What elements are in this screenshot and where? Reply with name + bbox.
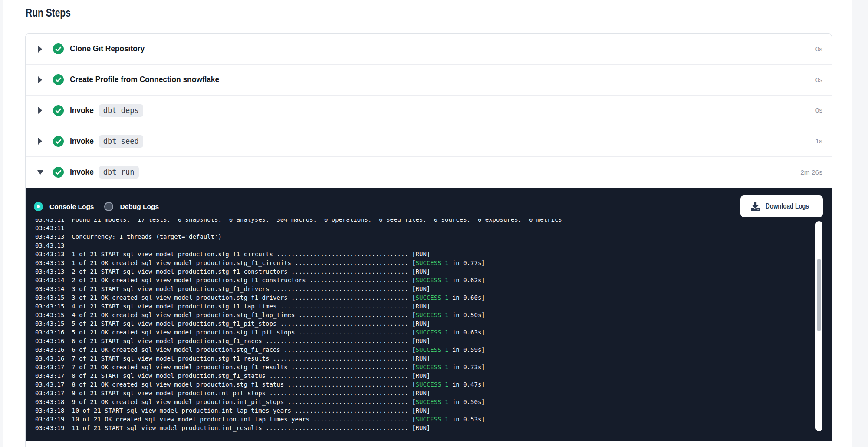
log-line: 03:43:17 8 of 21 OK created sql view mod… [35,380,562,389]
step-command-badge: dbt seed [99,135,143,148]
step-label: Invoke [70,137,94,146]
console-log-output[interactable]: 03:43:11 Found 21 models, 17 tests, 0 sn… [35,219,812,432]
check-circle-icon [53,136,64,147]
check-circle-icon [53,167,64,178]
radio-label: Console Logs [49,203,94,211]
check-circle-icon [53,74,64,85]
content-panel: Run Steps Clone Git Repository 0s Create… [3,0,852,447]
log-line: 03:43:18 10 of 21 START sql view model p… [35,406,562,415]
step-duration: 0s [815,45,822,53]
log-line: 03:43:13 Concurrency: 1 threads (target=… [35,232,562,241]
step-label: Clone Git Repository [70,44,145,53]
chevron-down-icon[interactable] [37,170,43,175]
log-line: 03:43:11 Found 21 models, 17 tests, 0 sn… [35,219,562,224]
step-label: Invoke [70,106,94,115]
console-scrollbar-track[interactable] [815,221,822,431]
download-logs-label: Download Logs [766,202,809,210]
step-row-clone-git-repository[interactable]: Clone Git Repository 0s [26,34,832,65]
log-line: 03:43:15 4 of 21 START sql view model pr… [35,302,562,311]
log-line: 03:43:18 9 of 21 OK created sql view mod… [35,397,562,406]
radio-selected-icon[interactable] [34,202,43,211]
console-log-panel: Console Logs Debug Logs Download Logs 03… [26,188,832,441]
log-content: 03:43:11 Found 21 models, 17 tests, 0 sn… [35,219,562,432]
step-row-invoke-dbt-deps[interactable]: Invoke dbt deps 0s [26,96,832,126]
step-duration: 1s [815,137,822,145]
log-line: 03:43:16 7 of 21 START sql view model pr… [35,354,562,363]
log-line: 03:43:13 [35,241,562,250]
log-line: 03:43:16 6 of 21 OK created sql view mod… [35,345,562,354]
step-duration: 0s [815,106,822,114]
radio-unselected-icon[interactable] [104,202,113,211]
log-line: 03:43:11 [35,224,562,232]
log-line: 03:43:15 3 of 21 OK created sql view mod… [35,293,562,302]
log-line: 03:43:15 4 of 21 OK created sql view mod… [35,311,562,319]
log-line: 03:43:15 5 of 21 START sql view model pr… [35,319,562,328]
log-line: 03:43:17 8 of 21 START sql view model pr… [35,371,562,380]
download-logs-button[interactable]: Download Logs [740,195,823,217]
log-line: 03:43:16 6 of 21 START sql view model pr… [35,337,562,345]
radio-debug-logs[interactable]: Debug Logs [104,202,159,211]
log-line: 03:43:13 1 of 21 START sql view model pr… [35,250,562,258]
step-row-invoke-dbt-seed[interactable]: Invoke dbt seed 1s [26,126,832,157]
log-line: 03:43:14 2 of 21 OK created sql view mod… [35,276,562,285]
check-circle-icon [53,43,64,54]
step-label: Create Profile from Connection snowflake [70,75,219,84]
chevron-right-icon[interactable] [37,107,43,114]
run-steps-card: Clone Git Repository 0s Create Profile f… [25,33,832,447]
console-scrollbar-thumb[interactable] [817,259,821,331]
log-line: 03:43:19 11 of 21 START sql view model p… [35,424,562,432]
step-row-create-profile[interactable]: Create Profile from Connection snowflake… [26,65,832,96]
chevron-right-icon[interactable] [37,76,43,83]
download-icon [751,202,760,211]
log-line: 03:43:16 5 of 21 OK created sql view mod… [35,328,562,337]
check-circle-icon [53,105,64,116]
log-line: 03:43:17 7 of 21 OK created sql view mod… [35,363,562,371]
step-duration: 2m 26s [800,169,822,176]
log-line: 03:43:13 1 of 21 OK created sql view mod… [35,258,562,267]
log-line: 03:43:17 9 of 21 START sql view model pr… [35,389,562,397]
step-command-badge: dbt deps [99,104,143,117]
chevron-right-icon[interactable] [37,138,43,145]
page-title: Run Steps [26,7,71,19]
step-command-badge: dbt run [99,166,139,179]
step-label: Invoke [70,168,94,177]
chevron-right-icon[interactable] [37,46,43,53]
radio-label: Debug Logs [120,203,159,211]
log-line: 03:43:13 2 of 21 START sql view model pr… [35,267,562,276]
radio-console-logs[interactable]: Console Logs [34,202,94,211]
step-duration: 0s [815,76,822,84]
log-line: 03:43:19 10 of 21 OK created sql view mo… [35,415,562,424]
step-row-invoke-dbt-run[interactable]: Invoke dbt run 2m 26s [26,157,832,188]
log-line: 03:43:14 3 of 21 START sql view model pr… [35,285,562,293]
